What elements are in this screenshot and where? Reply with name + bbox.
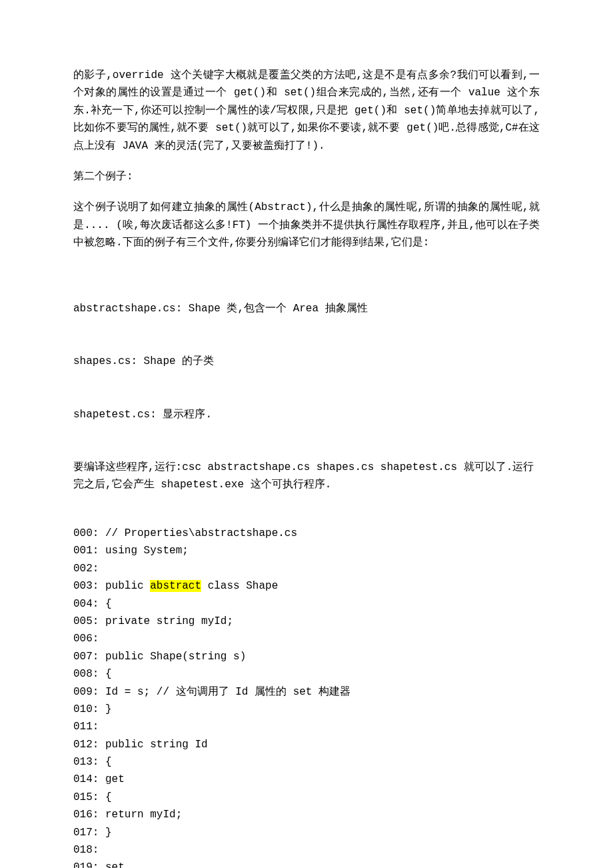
code-line: 007: public Shape(string s) bbox=[73, 648, 540, 665]
code-line: 013: { bbox=[73, 753, 540, 771]
code-line: 018: bbox=[73, 841, 540, 859]
code-line: 008: { bbox=[73, 665, 540, 683]
highlighted-keyword: abstract bbox=[150, 580, 201, 592]
code-line: 014: get bbox=[73, 771, 540, 788]
code-line: 001: using System; bbox=[73, 542, 540, 559]
paragraph-2: 第二个例子: bbox=[73, 168, 540, 185]
code-line: 002: bbox=[73, 560, 540, 577]
code-line: 003: public abstract class Shape bbox=[73, 577, 540, 595]
code-line: 006: bbox=[73, 630, 540, 647]
code-line: 017: } bbox=[73, 824, 540, 841]
code-line: 019: set bbox=[73, 859, 540, 868]
code-line: 010: } bbox=[73, 701, 540, 718]
file-list-block: abstractshape.cs: Shape 类,包含一个 Area 抽象属性… bbox=[73, 265, 540, 511]
code-line: 015: { bbox=[73, 789, 540, 806]
file-list-item: abstractshape.cs: Shape 类,包含一个 Area 抽象属性 bbox=[73, 300, 540, 317]
file-list-item: 要编译这些程序,运行:csc abstractshape.cs shapes.c… bbox=[73, 459, 540, 494]
paragraph-1: 的影子,override 这个关键字大概就是覆盖父类的方法吧,这是不是有点多余?… bbox=[73, 67, 540, 155]
code-line: 009: Id = s; // 这句调用了 Id 属性的 set 构建器 bbox=[73, 683, 540, 701]
paragraph-3: 这个例子说明了如何建立抽象的属性(Abstract),什么是抽象的属性呢,所谓的… bbox=[73, 199, 540, 251]
code-block-abstractshape: 000: // Properties\abstractshape.cs001: … bbox=[73, 525, 540, 868]
code-line: 004: { bbox=[73, 595, 540, 613]
code-line: 000: // Properties\abstractshape.cs bbox=[73, 525, 540, 542]
code-line: 005: private string myId; bbox=[73, 613, 540, 630]
code-line: 011: bbox=[73, 718, 540, 735]
code-line: 016: return myId; bbox=[73, 806, 540, 823]
code-line: 012: public string Id bbox=[73, 736, 540, 753]
file-list-item: shapetest.cs: 显示程序. bbox=[73, 406, 540, 423]
file-list-item: shapes.cs: Shape 的子类 bbox=[73, 353, 540, 370]
